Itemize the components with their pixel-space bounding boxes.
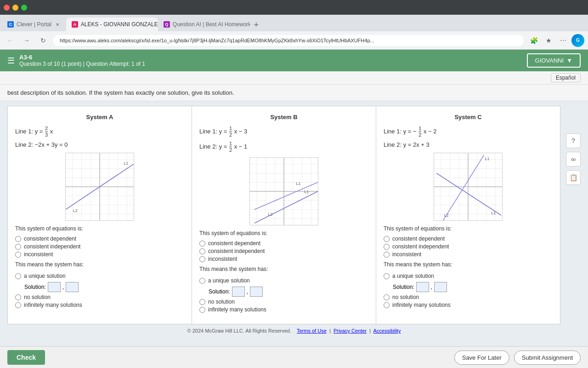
system-a-radio-no-solution[interactable]: [15, 294, 21, 300]
main-content: System A Line 1: y = 23 x Line 2: −2x + …: [0, 101, 588, 346]
system-c-opt-dependent[interactable]: consistent dependent: [384, 236, 553, 242]
help-button[interactable]: ?: [566, 133, 581, 148]
system-b-radio-dependent[interactable]: [199, 241, 205, 247]
system-a-opt-nosolution[interactable]: no solution: [15, 294, 184, 300]
back-button[interactable]: ←: [4, 34, 17, 47]
save-for-later-button[interactable]: Save For Later: [454, 351, 509, 365]
svg-text:L1: L1: [124, 161, 128, 166]
aleks-container: ☰ A3-6 Question 3 of 10 (1 point) | Ques…: [0, 50, 588, 346]
system-c-opt-inconsistent[interactable]: inconsistent: [384, 251, 553, 258]
system-b-opt-infinite[interactable]: infinitely many solutions: [199, 306, 368, 313]
system-a-solution-y[interactable]: [66, 282, 79, 292]
svg-text:L2: L2: [444, 213, 449, 218]
system-b-opt-inconsistent[interactable]: inconsistent: [199, 256, 368, 262]
tab-aleks[interactable]: A ALEKS - GIOVANNI GONZALEZ -... ✕: [66, 17, 158, 31]
system-b-radio-infinite[interactable]: [199, 307, 205, 313]
terms-link[interactable]: Terms of Use: [297, 328, 327, 334]
address-bar: ← → ↻ 🧩 ★ ⋯ G: [0, 31, 588, 50]
address-input[interactable]: [53, 35, 524, 46]
tab-close-clever[interactable]: ✕: [54, 21, 61, 28]
system-c-opt-independent[interactable]: consistent independent: [384, 243, 553, 250]
espanol-button[interactable]: Español: [551, 73, 581, 82]
system-b-opt-independent[interactable]: consistent independent: [199, 248, 368, 254]
system-a-label-infinite: infinitely many solutions: [24, 302, 82, 308]
accessibility-link[interactable]: Accessibility: [373, 328, 401, 334]
system-c-radio-dependent[interactable]: [384, 236, 390, 242]
side-buttons: ? ∞ 📋: [566, 106, 581, 324]
system-c-opt-nosolution[interactable]: no solution: [384, 294, 553, 300]
system-a-opt-unique[interactable]: a unique solution: [15, 273, 66, 279]
system-c-radio-independent[interactable]: [384, 244, 390, 250]
favorites-icon[interactable]: ★: [542, 34, 555, 47]
system-c-solution-x[interactable]: [416, 282, 429, 292]
tab-questionai[interactable]: Q Question AI | Best AI Homework h... ✕: [158, 17, 250, 31]
maximize-window-btn[interactable]: [21, 5, 27, 11]
profile-icon[interactable]: G: [571, 34, 584, 47]
close-window-btn[interactable]: [4, 5, 10, 11]
system-c-radio-unique[interactable]: [384, 273, 390, 279]
system-a-radio-unique[interactable]: [15, 273, 21, 279]
system-b-solution-x[interactable]: [232, 287, 245, 297]
refresh-button[interactable]: ↻: [37, 34, 50, 47]
system-b-solution-y[interactable]: [250, 287, 263, 297]
system-b-label-unique: a unique solution: [208, 277, 250, 284]
system-b-title: System B: [199, 114, 368, 121]
privacy-link[interactable]: Privacy Center: [334, 328, 367, 334]
system-a-opt-inconsistent[interactable]: inconsistent: [15, 251, 184, 258]
infinity-button[interactable]: ∞: [566, 152, 581, 167]
system-b-opt-nosolution[interactable]: no solution: [199, 299, 368, 305]
system-b-radio-inconsistent[interactable]: [199, 256, 205, 262]
system-a-radio-independent[interactable]: [15, 244, 21, 250]
minimize-window-btn[interactable]: [12, 5, 18, 11]
system-c-solution-group: a unique solution Solution: , no solutio…: [384, 271, 553, 308]
system-a-line1: Line 1: y = 23 x: [15, 126, 184, 138]
system-c-radio-infinite[interactable]: [384, 302, 390, 308]
notes-button[interactable]: 📋: [566, 170, 581, 185]
hamburger-menu[interactable]: ☰: [7, 56, 15, 66]
help-icon: ?: [571, 137, 575, 144]
system-a-opt-independent[interactable]: consistent independent: [15, 243, 184, 250]
title-bar: [0, 0, 588, 15]
system-b-opt-unique[interactable]: a unique solution: [199, 277, 250, 284]
system-a-radio-infinite[interactable]: [15, 302, 21, 308]
system-c-opt-infinite[interactable]: infinitely many solutions: [384, 302, 553, 308]
system-a-radio-inconsistent[interactable]: [15, 252, 21, 258]
system-c-radio-group: consistent dependent consistent independ…: [384, 236, 553, 258]
system-b-radio-group: consistent dependent consistent independ…: [199, 240, 368, 262]
system-a-opt-dependent[interactable]: consistent dependent: [15, 236, 184, 242]
system-c-solution-label: Solution:: [393, 284, 414, 290]
system-a-radio-group: consistent dependent consistent independ…: [15, 236, 184, 258]
toolbar-icons: 🧩 ★ ⋯ G: [527, 34, 584, 47]
system-c-opt-unique[interactable]: a unique solution: [384, 273, 434, 279]
check-button[interactable]: Check: [7, 350, 45, 365]
system-b-graph: L1 L1 L2: [249, 157, 318, 225]
system-b-opt-dependent[interactable]: consistent dependent: [199, 240, 368, 247]
extensions-icon[interactable]: 🧩: [527, 34, 540, 47]
system-a-opt-infinite[interactable]: infinitely many solutions: [15, 302, 184, 308]
system-c-label-unique: a unique solution: [392, 273, 434, 279]
graph-c-svg: L1 L1 L2: [434, 153, 502, 220]
system-b-radio-unique[interactable]: [199, 278, 205, 284]
settings-icon[interactable]: ⋯: [557, 34, 570, 47]
svg-text:L1: L1: [491, 211, 496, 215]
forward-button[interactable]: →: [20, 34, 33, 47]
system-b-radio-independent[interactable]: [199, 248, 205, 254]
new-tab-button[interactable]: +: [250, 18, 263, 31]
system-c-solution-y[interactable]: [434, 282, 447, 292]
system-b-radio-no-solution[interactable]: [199, 299, 205, 305]
system-a-solution-x[interactable]: [48, 282, 61, 292]
system-a-radio-dependent[interactable]: [15, 236, 21, 242]
svg-text:L2: L2: [73, 208, 78, 213]
module-label: A3-6: [19, 54, 145, 61]
system-c-line1: Line 1: y = − 12 x − 2: [384, 126, 553, 138]
system-c-radio-no-solution[interactable]: [384, 294, 390, 300]
tab-clever[interactable]: C Clever | Portal ✕: [2, 17, 66, 31]
fraction-c1: 12: [418, 126, 421, 138]
system-b-solution-inputs: Solution: ,: [209, 287, 368, 297]
system-c-radio-inconsistent[interactable]: [384, 252, 390, 258]
systems-container: System A Line 1: y = 23 x Line 2: −2x + …: [7, 106, 560, 324]
question-text: best description of its solution. If the…: [0, 85, 588, 101]
notes-icon: 📋: [570, 174, 577, 181]
submit-assignment-button[interactable]: Submit Assignment: [514, 351, 581, 365]
user-menu-button[interactable]: GIOVANNI ▼: [527, 53, 581, 68]
